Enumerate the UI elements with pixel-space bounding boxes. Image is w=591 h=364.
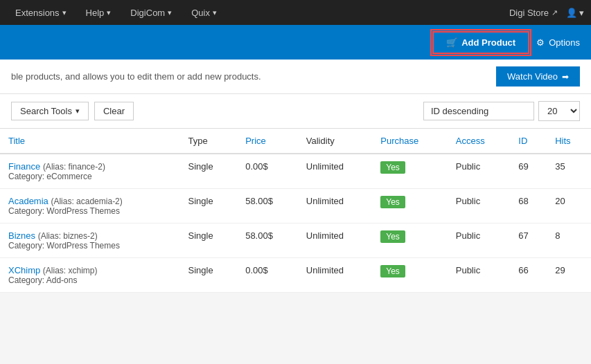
filter-bar: Search Tools Clear ID descending ID asce…: [0, 94, 591, 129]
cell-validity-1: Unlimited: [298, 189, 372, 224]
purchase-badge-3: Yes: [380, 265, 405, 277]
sort-select[interactable]: ID descending ID ascending Title A-Z Tit…: [423, 102, 534, 120]
product-title-link-2[interactable]: Biznes (Alias: biznes-2): [8, 230, 172, 241]
products-table: Title Type Price Validity Purchase Acces…: [0, 129, 591, 293]
cell-id-1: 68: [510, 189, 547, 224]
search-tools-button[interactable]: Search Tools: [11, 102, 89, 120]
cell-hits-3: 29: [547, 258, 591, 293]
add-product-button[interactable]: Add Product: [432, 31, 529, 54]
cell-access-1: Public: [448, 189, 511, 224]
col-id[interactable]: ID: [510, 129, 547, 154]
user-chevron: ▾: [579, 8, 584, 18]
clear-button[interactable]: Clear: [94, 102, 134, 120]
cell-hits-0: 35: [547, 154, 591, 189]
watch-video-label: Watch Video: [507, 71, 558, 82]
purchase-badge-2: Yes: [380, 230, 405, 243]
top-navigation: Extensions Help DigiCom Quix Digi Store …: [0, 0, 591, 25]
add-product-label: Add Product: [461, 37, 515, 48]
cell-access-2: Public: [448, 224, 511, 258]
col-access[interactable]: Access: [448, 129, 511, 154]
cell-id-0: 69: [510, 154, 547, 189]
cell-id-2: 67: [510, 224, 547, 258]
col-type: Type: [180, 129, 238, 154]
nav-menu-left: Extensions Help DigiCom Quix: [7, 2, 225, 24]
col-price[interactable]: Price: [237, 129, 298, 154]
cell-title-0: Finance (Alias: finance-2) Category: eCo…: [0, 154, 180, 189]
table-row: Academia (Alias: academia-2) Category: W…: [0, 189, 591, 224]
user-icon: 👤: [566, 8, 577, 18]
desc-prefix: ble products, and allows you to edit the…: [11, 71, 261, 82]
digicom-menu[interactable]: DigiCom: [122, 2, 180, 24]
col-hits[interactable]: Hits: [547, 129, 591, 154]
col-validity: Validity: [298, 129, 372, 154]
description-bar: ble products, and allows you to edit the…: [0, 60, 591, 94]
col-purchase[interactable]: Purchase: [372, 129, 447, 154]
cell-title-1: Academia (Alias: academia-2) Category: W…: [0, 189, 180, 224]
quix-menu[interactable]: Quix: [183, 2, 225, 24]
table-row: Biznes (Alias: biznes-2) Category: WordP…: [0, 224, 591, 258]
table-row: XChimp (Alias: xchimp) Category: Add-ons…: [0, 258, 591, 293]
cell-price-3: 0.00$: [237, 258, 298, 293]
filter-right: ID descending ID ascending Title A-Z Tit…: [423, 101, 580, 121]
cell-validity-3: Unlimited: [298, 258, 372, 293]
cell-validity-2: Unlimited: [298, 224, 372, 258]
product-category-1: Category: WordPress Themes: [8, 206, 172, 216]
cell-price-2: 58.00$: [237, 224, 298, 258]
filter-left: Search Tools Clear: [11, 102, 134, 120]
extensions-menu[interactable]: Extensions: [7, 2, 75, 24]
cell-purchase-3: Yes: [372, 258, 447, 293]
product-category-3: Category: Add-ons: [8, 275, 172, 285]
options-button[interactable]: Options: [536, 37, 580, 48]
nav-right: Digi Store 👤 ▾: [509, 8, 584, 18]
cell-price-1: 58.00$: [237, 189, 298, 224]
cell-purchase-0: Yes: [372, 154, 447, 189]
product-title-link-1[interactable]: Academia (Alias: academia-2): [8, 196, 172, 206]
cell-purchase-1: Yes: [372, 189, 447, 224]
product-category-0: Category: eCommerce: [8, 172, 172, 181]
cell-access-3: Public: [448, 258, 511, 293]
purchase-badge-0: Yes: [380, 161, 405, 174]
table-header-row: Title Type Price Validity Purchase Acces…: [0, 129, 591, 154]
watch-video-button[interactable]: Watch Video: [496, 66, 580, 87]
gear-icon: [536, 37, 545, 48]
cell-id-3: 66: [510, 258, 547, 293]
digi-store-link[interactable]: Digi Store: [509, 8, 558, 18]
cell-type-0: Single: [180, 154, 238, 189]
table-row: Finance (Alias: finance-2) Category: eCo…: [0, 154, 591, 189]
options-label: Options: [549, 37, 580, 48]
user-menu[interactable]: 👤 ▾: [566, 8, 584, 18]
per-page-select[interactable]: 5 10 15 20 25 50 100: [538, 101, 580, 121]
product-title-link-0[interactable]: Finance (Alias: finance-2): [8, 161, 172, 172]
action-bar: Add Product Options: [0, 25, 591, 60]
cell-hits-1: 20: [547, 189, 591, 224]
cell-title-3: XChimp (Alias: xchimp) Category: Add-ons: [0, 258, 180, 293]
cell-type-1: Single: [180, 189, 238, 224]
cell-hits-2: 8: [547, 224, 591, 258]
cell-title-2: Biznes (Alias: biznes-2) Category: WordP…: [0, 224, 180, 258]
cell-price-0: 0.00$: [237, 154, 298, 189]
col-title[interactable]: Title: [0, 129, 180, 154]
help-menu[interactable]: Help: [78, 2, 120, 24]
cell-access-0: Public: [448, 154, 511, 189]
cell-type-3: Single: [180, 258, 238, 293]
product-category-2: Category: WordPress Themes: [8, 241, 172, 251]
search-tools-label: Search Tools: [20, 106, 72, 116]
cell-purchase-2: Yes: [372, 224, 447, 258]
products-table-wrap: Title Type Price Validity Purchase Acces…: [0, 129, 591, 293]
purchase-badge-1: Yes: [380, 196, 405, 208]
cell-type-2: Single: [180, 224, 238, 258]
description-text: ble products, and allows you to edit the…: [11, 71, 261, 82]
cell-validity-0: Unlimited: [298, 154, 372, 189]
product-title-link-3[interactable]: XChimp (Alias: xchimp): [8, 265, 172, 275]
cart-icon: [446, 37, 457, 48]
